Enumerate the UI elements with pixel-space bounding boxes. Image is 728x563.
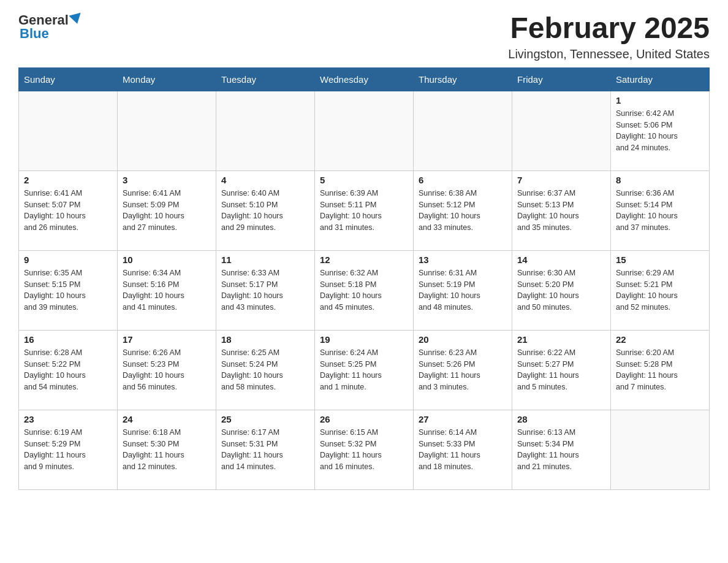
table-row: 16Sunrise: 6:28 AM Sunset: 5:22 PM Dayli… bbox=[19, 330, 118, 410]
day-info: Sunrise: 6:15 AM Sunset: 5:32 PM Dayligh… bbox=[320, 427, 408, 473]
day-number: 24 bbox=[123, 414, 211, 424]
table-row: 4Sunrise: 6:40 AM Sunset: 5:10 PM Daylig… bbox=[216, 170, 315, 250]
day-info: Sunrise: 6:36 AM Sunset: 5:14 PM Dayligh… bbox=[616, 188, 704, 234]
day-info: Sunrise: 6:24 AM Sunset: 5:25 PM Dayligh… bbox=[320, 347, 408, 393]
header-sunday: Sunday bbox=[19, 67, 118, 91]
day-info: Sunrise: 6:25 AM Sunset: 5:24 PM Dayligh… bbox=[221, 347, 309, 393]
day-info: Sunrise: 6:40 AM Sunset: 5:10 PM Dayligh… bbox=[221, 188, 309, 234]
day-number: 19 bbox=[320, 334, 408, 345]
day-info: Sunrise: 6:28 AM Sunset: 5:22 PM Dayligh… bbox=[24, 347, 112, 393]
table-row: 12Sunrise: 6:32 AM Sunset: 5:18 PM Dayli… bbox=[315, 250, 414, 330]
header-wednesday: Wednesday bbox=[315, 67, 414, 91]
day-info: Sunrise: 6:38 AM Sunset: 5:12 PM Dayligh… bbox=[419, 188, 507, 234]
day-info: Sunrise: 6:41 AM Sunset: 5:07 PM Dayligh… bbox=[24, 188, 112, 234]
table-row: 26Sunrise: 6:15 AM Sunset: 5:32 PM Dayli… bbox=[315, 410, 414, 489]
logo-blue-text: Blue bbox=[20, 26, 49, 42]
table-row: 11Sunrise: 6:33 AM Sunset: 5:17 PM Dayli… bbox=[216, 250, 315, 330]
month-title: February 2025 bbox=[508, 12, 710, 45]
page-header: General Blue February 2025 Livingston, T… bbox=[18, 12, 710, 61]
logo: General Blue bbox=[18, 12, 82, 42]
header-tuesday: Tuesday bbox=[216, 67, 315, 91]
day-number: 11 bbox=[221, 255, 309, 265]
table-row: 7Sunrise: 6:37 AM Sunset: 5:13 PM Daylig… bbox=[512, 170, 611, 250]
calendar-week-row: 16Sunrise: 6:28 AM Sunset: 5:22 PM Dayli… bbox=[19, 330, 710, 410]
table-row: 1Sunrise: 6:42 AM Sunset: 5:06 PM Daylig… bbox=[611, 91, 710, 170]
calendar-header-row: Sunday Monday Tuesday Wednesday Thursday… bbox=[19, 67, 710, 91]
day-number: 16 bbox=[24, 334, 112, 345]
header-saturday: Saturday bbox=[611, 67, 710, 91]
logo-triangle-icon bbox=[69, 13, 83, 26]
table-row: 17Sunrise: 6:26 AM Sunset: 5:23 PM Dayli… bbox=[118, 330, 216, 410]
table-row bbox=[19, 91, 118, 170]
day-number: 4 bbox=[221, 175, 309, 185]
day-number: 8 bbox=[616, 175, 704, 185]
day-number: 14 bbox=[517, 255, 605, 265]
day-info: Sunrise: 6:42 AM Sunset: 5:06 PM Dayligh… bbox=[616, 108, 704, 154]
calendar-week-row: 9Sunrise: 6:35 AM Sunset: 5:15 PM Daylig… bbox=[19, 250, 710, 330]
day-number: 23 bbox=[24, 414, 112, 424]
day-number: 27 bbox=[419, 414, 507, 424]
table-row: 22Sunrise: 6:20 AM Sunset: 5:28 PM Dayli… bbox=[611, 330, 710, 410]
day-info: Sunrise: 6:32 AM Sunset: 5:18 PM Dayligh… bbox=[320, 267, 408, 313]
table-row: 6Sunrise: 6:38 AM Sunset: 5:12 PM Daylig… bbox=[414, 170, 512, 250]
day-info: Sunrise: 6:13 AM Sunset: 5:34 PM Dayligh… bbox=[517, 427, 605, 473]
calendar-week-row: 2Sunrise: 6:41 AM Sunset: 5:07 PM Daylig… bbox=[19, 170, 710, 250]
day-info: Sunrise: 6:23 AM Sunset: 5:26 PM Dayligh… bbox=[419, 347, 507, 393]
calendar-week-row: 23Sunrise: 6:19 AM Sunset: 5:29 PM Dayli… bbox=[19, 410, 710, 489]
day-number: 26 bbox=[320, 414, 408, 424]
day-info: Sunrise: 6:14 AM Sunset: 5:33 PM Dayligh… bbox=[419, 427, 507, 473]
day-info: Sunrise: 6:34 AM Sunset: 5:16 PM Dayligh… bbox=[123, 267, 211, 313]
day-info: Sunrise: 6:19 AM Sunset: 5:29 PM Dayligh… bbox=[24, 427, 112, 473]
table-row bbox=[118, 91, 216, 170]
table-row: 5Sunrise: 6:39 AM Sunset: 5:11 PM Daylig… bbox=[315, 170, 414, 250]
day-info: Sunrise: 6:37 AM Sunset: 5:13 PM Dayligh… bbox=[517, 188, 605, 234]
table-row: 27Sunrise: 6:14 AM Sunset: 5:33 PM Dayli… bbox=[414, 410, 512, 489]
header-thursday: Thursday bbox=[414, 67, 512, 91]
day-number: 20 bbox=[419, 334, 507, 345]
day-number: 7 bbox=[517, 175, 605, 185]
day-info: Sunrise: 6:22 AM Sunset: 5:27 PM Dayligh… bbox=[517, 347, 605, 393]
table-row: 15Sunrise: 6:29 AM Sunset: 5:21 PM Dayli… bbox=[611, 250, 710, 330]
calendar-table: Sunday Monday Tuesday Wednesday Thursday… bbox=[18, 67, 710, 490]
table-row: 19Sunrise: 6:24 AM Sunset: 5:25 PM Dayli… bbox=[315, 330, 414, 410]
day-number: 28 bbox=[517, 414, 605, 424]
table-row: 3Sunrise: 6:41 AM Sunset: 5:09 PM Daylig… bbox=[118, 170, 216, 250]
table-row: 2Sunrise: 6:41 AM Sunset: 5:07 PM Daylig… bbox=[19, 170, 118, 250]
day-number: 10 bbox=[123, 255, 211, 265]
table-row: 28Sunrise: 6:13 AM Sunset: 5:34 PM Dayli… bbox=[512, 410, 611, 489]
day-number: 6 bbox=[419, 175, 507, 185]
day-number: 15 bbox=[616, 255, 704, 265]
day-info: Sunrise: 6:33 AM Sunset: 5:17 PM Dayligh… bbox=[221, 267, 309, 313]
header-monday: Monday bbox=[118, 67, 216, 91]
table-row: 25Sunrise: 6:17 AM Sunset: 5:31 PM Dayli… bbox=[216, 410, 315, 489]
day-number: 21 bbox=[517, 334, 605, 345]
day-info: Sunrise: 6:31 AM Sunset: 5:19 PM Dayligh… bbox=[419, 267, 507, 313]
day-info: Sunrise: 6:29 AM Sunset: 5:21 PM Dayligh… bbox=[616, 267, 704, 313]
table-row: 10Sunrise: 6:34 AM Sunset: 5:16 PM Dayli… bbox=[118, 250, 216, 330]
day-number: 18 bbox=[221, 334, 309, 345]
table-row bbox=[216, 91, 315, 170]
calendar-week-row: 1Sunrise: 6:42 AM Sunset: 5:06 PM Daylig… bbox=[19, 91, 710, 170]
table-row: 14Sunrise: 6:30 AM Sunset: 5:20 PM Dayli… bbox=[512, 250, 611, 330]
day-info: Sunrise: 6:20 AM Sunset: 5:28 PM Dayligh… bbox=[616, 347, 704, 393]
title-area: February 2025 Livingston, Tennessee, Uni… bbox=[508, 12, 710, 61]
table-row: 21Sunrise: 6:22 AM Sunset: 5:27 PM Dayli… bbox=[512, 330, 611, 410]
table-row: 8Sunrise: 6:36 AM Sunset: 5:14 PM Daylig… bbox=[611, 170, 710, 250]
table-row: 24Sunrise: 6:18 AM Sunset: 5:30 PM Dayli… bbox=[118, 410, 216, 489]
table-row bbox=[611, 410, 710, 489]
day-number: 13 bbox=[419, 255, 507, 265]
day-number: 25 bbox=[221, 414, 309, 424]
day-number: 2 bbox=[24, 175, 112, 185]
table-row: 9Sunrise: 6:35 AM Sunset: 5:15 PM Daylig… bbox=[19, 250, 118, 330]
table-row: 23Sunrise: 6:19 AM Sunset: 5:29 PM Dayli… bbox=[19, 410, 118, 489]
day-number: 17 bbox=[123, 334, 211, 345]
table-row: 20Sunrise: 6:23 AM Sunset: 5:26 PM Dayli… bbox=[414, 330, 512, 410]
day-number: 3 bbox=[123, 175, 211, 185]
day-info: Sunrise: 6:41 AM Sunset: 5:09 PM Dayligh… bbox=[123, 188, 211, 234]
table-row: 13Sunrise: 6:31 AM Sunset: 5:19 PM Dayli… bbox=[414, 250, 512, 330]
day-number: 5 bbox=[320, 175, 408, 185]
location: Livingston, Tennessee, United States bbox=[508, 47, 710, 61]
table-row: 18Sunrise: 6:25 AM Sunset: 5:24 PM Dayli… bbox=[216, 330, 315, 410]
day-info: Sunrise: 6:39 AM Sunset: 5:11 PM Dayligh… bbox=[320, 188, 408, 234]
day-info: Sunrise: 6:30 AM Sunset: 5:20 PM Dayligh… bbox=[517, 267, 605, 313]
